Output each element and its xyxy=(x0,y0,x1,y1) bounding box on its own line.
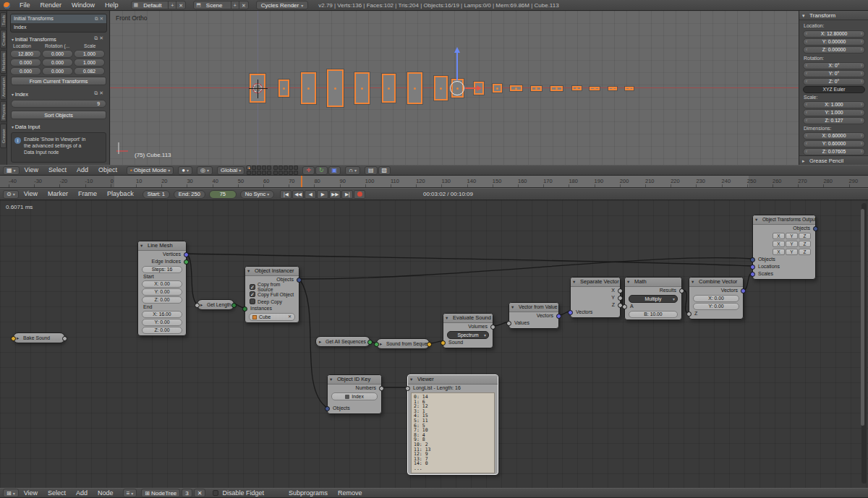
menu-help[interactable]: Help xyxy=(100,0,124,11)
jump-to-end-button[interactable]: ▶| xyxy=(341,190,353,199)
input-x-field[interactable]: X: 0.00 xyxy=(693,295,739,302)
instanced-cube[interactable] xyxy=(278,80,289,97)
socket-vectors-output[interactable] xyxy=(741,288,746,293)
dimensions-z-field[interactable]: Z: 0.07605 xyxy=(803,148,865,155)
viewport-3d[interactable]: Front Ortho (75) Cube.113 xyxy=(110,11,799,165)
menu-object[interactable]: Object xyxy=(93,165,122,176)
from-current-transforms-button[interactable]: From Current Transforms xyxy=(11,77,106,85)
layer-dot[interactable] xyxy=(273,166,278,170)
disable-fidget-label[interactable]: Disable Fidget xyxy=(221,488,269,498)
layer-dot[interactable] xyxy=(252,171,256,175)
node-tree-name-field[interactable]: ⊞NodeTree xyxy=(141,489,180,497)
viewport-shading-selector[interactable]: ●▾ xyxy=(178,166,192,175)
layer-dot[interactable] xyxy=(289,166,293,170)
node-bake-sound[interactable]: Bake Sound xyxy=(13,332,65,343)
manipulator-rotate-button[interactable]: ↻ xyxy=(315,166,328,175)
screen-layout-selector[interactable]: ▦ Default + ✕ xyxy=(131,1,187,9)
axis-toggle-button[interactable]: Y xyxy=(786,241,798,247)
dimensions-y-field[interactable]: Y: 0.60000 xyxy=(803,140,865,147)
transform-value-field[interactable]: 0.000 xyxy=(42,50,73,58)
instanced-cube[interactable] xyxy=(625,87,634,90)
axis-toggle-button[interactable]: X xyxy=(773,241,785,247)
menu-add[interactable]: Add xyxy=(71,488,93,498)
instanced-cube[interactable] xyxy=(550,86,563,91)
node-header[interactable]: Viewer xyxy=(408,375,498,385)
menu-file[interactable]: File xyxy=(14,0,35,11)
panel-icons[interactable]: ⧉ ✕ xyxy=(94,35,103,41)
instanced-cube[interactable] xyxy=(434,76,448,100)
layer-dot[interactable] xyxy=(278,166,283,170)
input-y-field[interactable]: Y: 0.00 xyxy=(693,303,739,310)
tool-shelf-tab[interactable]: Grease Pencil xyxy=(0,124,7,148)
index-value-field[interactable]: 9 xyxy=(11,100,106,108)
manipulator-z-arrow[interactable] xyxy=(456,53,458,80)
rotation-y-field[interactable]: Y: 0° xyxy=(803,70,865,77)
layer-dot[interactable] xyxy=(284,171,288,175)
key-name-field[interactable]: Index xyxy=(331,392,378,400)
axis-toggle-button[interactable]: Z xyxy=(799,233,811,239)
node-header[interactable]: Object Transforms Output xyxy=(753,215,815,225)
editor-type-selector[interactable]: ⊙▾ xyxy=(3,190,19,199)
tool-shelf-tab[interactable]: Tools xyxy=(0,12,7,28)
layer-dot[interactable] xyxy=(267,166,271,170)
socket-a-input[interactable] xyxy=(622,304,627,309)
manipulator-scale-button[interactable]: ▣ xyxy=(328,166,341,175)
editor-type-selector[interactable]: ⊞▾ xyxy=(3,489,19,497)
socket-vectors-output[interactable] xyxy=(556,314,561,319)
layer-dot[interactable] xyxy=(247,166,251,170)
socket-instances-input[interactable] xyxy=(242,306,247,312)
steps-field[interactable]: Steps: 16 xyxy=(142,266,182,273)
editor-type-selector[interactable]: ▦▾ xyxy=(3,166,20,175)
data-input-panel-header[interactable]: Data Input xyxy=(12,123,40,131)
socket-list-input[interactable] xyxy=(195,303,200,308)
checkbox[interactable]: ✓ xyxy=(250,291,255,297)
axis-toggle-button[interactable]: Y xyxy=(786,249,798,255)
end-z-field[interactable]: Z: 0.00 xyxy=(142,327,182,334)
scale-x-field[interactable]: X: 1.000 xyxy=(803,101,865,108)
node-header[interactable]: Evaluate Sound xyxy=(443,314,493,323)
end-frame-field[interactable]: End: 250 xyxy=(174,190,205,199)
play-reverse-button[interactable]: ◀ xyxy=(305,190,316,199)
node-sound-from-sequences[interactable]: Sound from Seque xyxy=(376,338,430,349)
socket-results-output[interactable] xyxy=(679,288,684,293)
node-object-id-key[interactable]: Object ID Key Numbers Index Objects xyxy=(327,374,382,414)
node-get-all-sequences[interactable]: Get All Sequences xyxy=(315,336,370,347)
tool-shelf-tab[interactable]: Physics xyxy=(0,101,7,122)
node-header[interactable]: Separate Vector xyxy=(571,278,620,287)
instanced-cube[interactable] xyxy=(327,69,344,107)
socket-vertices[interactable] xyxy=(184,252,189,257)
tool-shelf-tab[interactable]: Relations xyxy=(0,50,7,74)
node-header[interactable]: Combine Vector xyxy=(689,278,743,287)
mode-selector[interactable]: ▪Object Mode▾ xyxy=(127,166,174,175)
socket-values-input[interactable] xyxy=(506,321,511,326)
instanced-cube[interactable] xyxy=(608,87,617,90)
node-math[interactable]: Math Results Multiply A B: 10.00 xyxy=(624,277,682,320)
socket-length-output[interactable] xyxy=(231,303,237,308)
copy-close-icons[interactable]: ⧉ ✕ xyxy=(95,14,103,23)
next-keyframe-button[interactable]: ▶▶ xyxy=(329,190,341,199)
delete-scene-button[interactable]: ✕ xyxy=(239,1,248,9)
node-viewer[interactable]: Viewer LongList - Length: 16 0: 141: 62:… xyxy=(407,374,498,475)
start-z-field[interactable]: Z: 0.00 xyxy=(142,296,182,304)
node-editor-scrollbar[interactable] xyxy=(861,203,867,484)
layer-dot[interactable] xyxy=(294,171,298,175)
layer-dot[interactable] xyxy=(257,166,261,170)
checkbox[interactable] xyxy=(250,299,255,304)
start-y-field[interactable]: Y: 0.00 xyxy=(142,288,182,296)
menu-playback[interactable]: Playback xyxy=(102,189,139,199)
instanced-cube[interactable] xyxy=(382,74,396,103)
current-frame-field[interactable]: 75 xyxy=(209,190,237,199)
socket-objects-output[interactable] xyxy=(297,278,302,283)
prev-keyframe-button[interactable]: ◀◀ xyxy=(292,190,304,199)
socket-input[interactable] xyxy=(11,336,16,341)
node-combine-vector[interactable]: Combine Vector Vectors X: 0.00 Y: 0.00 Z xyxy=(689,277,744,319)
manipulator-translate-button[interactable]: ✛ xyxy=(302,166,315,175)
node-separate-vector[interactable]: Separate Vector X Y Z Vectors xyxy=(570,277,621,318)
socket-numbers-output[interactable] xyxy=(379,386,384,391)
instanced-cube[interactable] xyxy=(572,86,582,90)
spectrum-mode-dropdown[interactable]: Spectrum xyxy=(447,331,489,339)
transform-panel-header[interactable]: Transform xyxy=(799,11,868,20)
node-evaluate-sound[interactable]: Evaluate Sound Volumes Spectrum Sound xyxy=(443,313,493,348)
layer-dot[interactable] xyxy=(294,166,298,170)
scale-z-field[interactable]: Z: 0.127 xyxy=(803,117,865,124)
